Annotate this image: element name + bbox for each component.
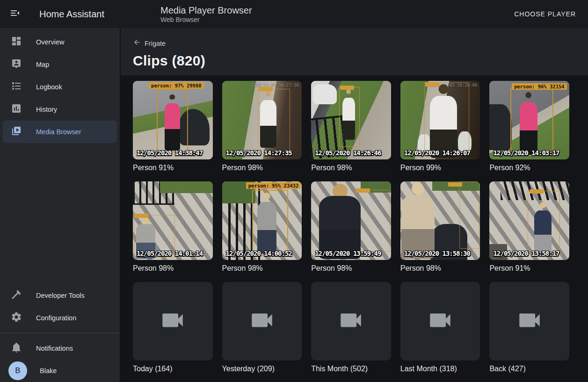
video-camera-icon: [159, 307, 186, 336]
clip-item[interactable]: person: 96% 32154 12/05/2020 14:03:17 Pe…: [489, 81, 569, 172]
app-title: Home Assistant: [39, 9, 104, 20]
clip-caption: Person 98%: [400, 264, 480, 273]
detection-label: person: 96% 32154: [512, 83, 566, 90]
clip-caption: Person 98%: [222, 264, 302, 273]
video-camera-icon: [516, 307, 543, 336]
sidebar-item-map[interactable]: Map: [3, 53, 117, 76]
media-grid-container: person: 97% 29988 12/05/2020 14:38:47 Pe…: [121, 75, 588, 382]
breadcrumb-back[interactable]: Frigate: [133, 38, 166, 48]
map-account-icon: [11, 58, 22, 71]
video-camera-icon: [337, 307, 364, 336]
folder-card: [311, 282, 391, 360]
folder-card: [489, 282, 569, 360]
panel-title: Media Player Browser: [160, 5, 252, 16]
choose-player-button[interactable]: CHOOSE PLAYER: [509, 7, 581, 22]
person-figure: [165, 94, 180, 151]
gear-icon: [11, 311, 22, 324]
camera-timestamp-overlay: 2020-12-05 16:27:36: [251, 83, 299, 87]
sidebar-item-developer-tools[interactable]: Developer Tools: [3, 284, 117, 307]
clip-item[interactable]: person: 95% 23432 12/05/2020 14:00:52 Pe…: [222, 181, 302, 273]
clip-caption: Person 91%: [489, 264, 569, 273]
panel-title-block: Media Player Browser Web Browser: [160, 5, 252, 24]
sidebar-item-label: Media Browser: [36, 128, 81, 136]
folder-item-today[interactable]: Today (164): [133, 282, 213, 373]
media-grid: person: 97% 29988 12/05/2020 14:38:47 Pe…: [133, 81, 569, 373]
history-chart-icon: [11, 103, 22, 116]
folder-caption: Back (427): [489, 365, 569, 373]
clip-timestamp-overlay: 12/05/2020 14:26:46: [315, 149, 381, 157]
clip-caption: Person 99%: [400, 164, 480, 172]
sidebar-item-label: Notifications: [36, 345, 73, 352]
detection-label: person: 95% 23432: [246, 182, 301, 189]
sidebar-item-label: Configuration: [36, 314, 76, 322]
clip-timestamp-overlay: 12/05/2020 14:03:17: [493, 149, 559, 157]
folder-item-last-month[interactable]: Last Month (318): [400, 282, 480, 373]
person-figure: [430, 84, 457, 158]
person-figure: [342, 89, 355, 140]
person-figure: [319, 184, 361, 259]
sidebar-toggle-button[interactable]: [8, 7, 22, 21]
menu-open-icon: [9, 7, 21, 21]
sidebar-item-label: History: [36, 106, 57, 113]
folder-item-this-month[interactable]: This Month (502): [311, 282, 391, 373]
detection-label: [448, 182, 462, 187]
person-figure: [534, 202, 552, 255]
sidebar: Overview Map Logbook History Media Brows…: [0, 28, 120, 382]
folder-caption: Yesterday (209): [222, 365, 302, 373]
folder-item-back[interactable]: Back (427): [489, 282, 569, 373]
sidebar-item-configuration[interactable]: Configuration: [3, 307, 117, 329]
folder-card: [400, 282, 480, 360]
sidebar-item-notifications[interactable]: Notifications: [3, 337, 117, 360]
clip-caption: Person 98%: [311, 164, 391, 172]
clip-thumbnail: 12/05/2020 14:01:14: [133, 181, 213, 260]
clip-thumbnail: 12/05/2020 14:26:46: [311, 81, 391, 159]
clip-thumbnail: 2020-12-05 16:26:06 12/05/2020 14:26:07: [400, 81, 480, 159]
sidebar-divider: [0, 333, 120, 333]
media-browser-main: Frigate Clips (820) person: 97% 29988 12…: [121, 28, 588, 382]
clip-item[interactable]: 2020-12-05 16:26:06 12/05/2020 14:26:07 …: [400, 81, 480, 172]
person-figure: [257, 193, 276, 254]
clip-timestamp-overlay: 12/05/2020 13:58:17: [493, 250, 559, 257]
arrow-left-icon: [133, 38, 141, 48]
detection-label: [340, 86, 354, 90]
clip-caption: Person 98%: [222, 164, 302, 172]
person-figure: [520, 92, 537, 155]
clip-item[interactable]: 2020-12-05 16:27:36 12/05/2020 14:27:35 …: [222, 81, 302, 172]
clip-item[interactable]: 12/05/2020 13:59:49 Person 98%: [311, 181, 391, 273]
sidebar-item-label: Logbook: [36, 83, 62, 91]
app-top-bar: Home Assistant Media Player Browser Web …: [0, 0, 588, 28]
dashboard-icon: [11, 36, 22, 49]
clip-caption: Person 92%: [489, 164, 569, 172]
clip-timestamp-overlay: 12/05/2020 13:59:49: [315, 250, 381, 257]
bell-icon: [11, 342, 22, 355]
detection-label: [259, 87, 273, 91]
clip-timestamp-overlay: 12/05/2020 14:01:14: [137, 250, 203, 257]
clip-caption: Person 91%: [133, 164, 213, 172]
sidebar-item-label: Map: [36, 61, 49, 68]
person-figure: [260, 91, 276, 148]
clip-item[interactable]: 12/05/2020 13:58:30 Person 98%: [400, 181, 480, 273]
clip-item[interactable]: person: 97% 29988 12/05/2020 14:38:47 Pe…: [133, 81, 213, 172]
breadcrumb-label: Frigate: [145, 40, 166, 47]
sidebar-item-logbook[interactable]: Logbook: [3, 76, 117, 98]
sidebar-item-history[interactable]: History: [3, 98, 117, 121]
sidebar-item-user-profile[interactable]: B Blake: [3, 360, 117, 382]
sidebar-item-media-browser[interactable]: Media Browser: [3, 121, 117, 143]
media-browser-header: Frigate Clips (820): [121, 28, 588, 75]
detection-label: [134, 214, 148, 218]
clip-item[interactable]: 12/05/2020 14:01:14 Person 98%: [133, 181, 213, 273]
clip-item[interactable]: 12/05/2020 13:58:17 Person 91%: [489, 181, 569, 273]
detection-label: person: 97% 29988: [149, 82, 203, 89]
folder-item-yesterday[interactable]: Yesterday (209): [222, 282, 302, 373]
clip-item[interactable]: 12/05/2020 14:26:46 Person 98%: [311, 81, 391, 172]
clip-thumbnail: 12/05/2020 13:58:30: [400, 181, 480, 260]
folder-card: [222, 282, 302, 360]
clip-timestamp-overlay: 12/05/2020 14:26:07: [404, 149, 470, 157]
sidebar-item-overview[interactable]: Overview: [3, 31, 117, 53]
clip-timestamp-overlay: 12/05/2020 14:38:47: [137, 149, 203, 157]
clip-caption: Person 98%: [133, 264, 213, 273]
detection-label: [356, 188, 370, 193]
page-title: Clips (820): [133, 53, 588, 69]
user-name-label: Blake: [40, 367, 57, 375]
folder-card: [133, 282, 213, 360]
